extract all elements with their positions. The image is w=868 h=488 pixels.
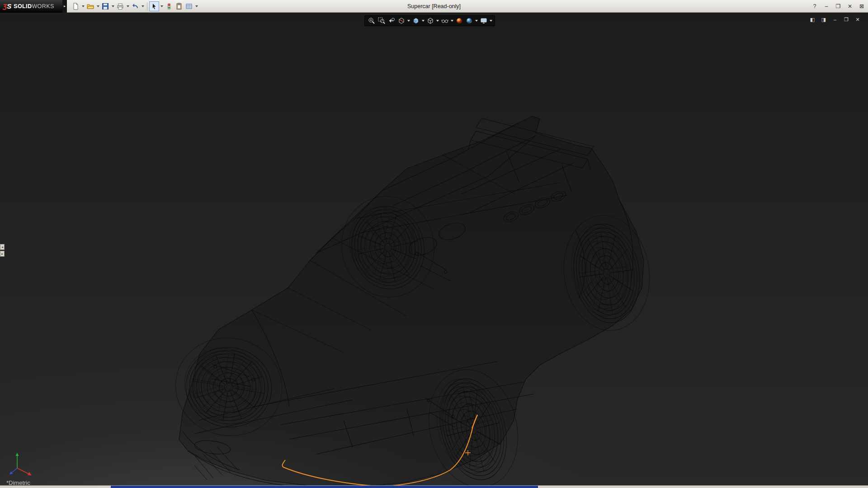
display-style-button[interactable]: [425, 16, 435, 25]
print-button[interactable]: [115, 1, 125, 11]
solidworks-logo-mark: ƷS: [3, 2, 11, 10]
display-style-icon: [427, 17, 434, 24]
print-dropdown[interactable]: [125, 1, 130, 11]
car-wireframe: [0, 13, 868, 485]
view-settings-button[interactable]: [479, 16, 488, 25]
orientation-triad: [7, 450, 40, 479]
restore-button[interactable]: ❐: [834, 2, 843, 11]
chevron-down-icon: [195, 5, 198, 7]
window-controls: ? – ❐ ✕ ⊠: [810, 0, 866, 13]
section-view-button[interactable]: [396, 16, 406, 25]
new-document-dropdown[interactable]: [80, 1, 85, 11]
options-button[interactable]: [184, 1, 194, 11]
minimize-button[interactable]: –: [822, 2, 831, 11]
clipboard-icon: [175, 3, 183, 10]
status-bar: [0, 485, 868, 488]
toolbar-separator: [147, 2, 147, 10]
apply-scene-button[interactable]: [464, 16, 474, 25]
help-button[interactable]: ?: [810, 2, 819, 11]
restore-document-button[interactable]: ❐: [842, 16, 850, 23]
save-icon: [102, 3, 109, 10]
section-view-dropdown[interactable]: [406, 16, 410, 25]
view-settings-dropdown[interactable]: [489, 16, 493, 25]
hide-show-items-dropdown[interactable]: [450, 16, 454, 25]
select-cursor-icon: [151, 3, 158, 10]
close-document-button[interactable]: ⊠: [857, 2, 866, 11]
view-orientation-button[interactable]: [411, 16, 420, 25]
zoom-to-fit-icon: [368, 17, 375, 24]
scene-sphere-icon: [466, 17, 473, 24]
zoom-to-area-button[interactable]: [377, 16, 386, 25]
view-orientation-cube-icon: [412, 17, 420, 24]
minimize-document-button[interactable]: –: [831, 16, 839, 23]
view-orientation-label: *Dimetric: [6, 479, 30, 485]
solidworks-logo: ƷS SOLIDWORKS: [0, 0, 62, 13]
options-grid-icon: [185, 3, 193, 10]
zoom-to-fit-button[interactable]: [367, 16, 376, 25]
graphics-area[interactable]: ◧ ◨ – ❐ ✕ ◂ ▸ *Dimetric: [0, 13, 868, 485]
save-button[interactable]: [100, 1, 110, 11]
triad-x-axis: [17, 468, 29, 474]
chevron-down-icon: [112, 5, 114, 7]
open-document-button[interactable]: [85, 1, 95, 11]
chevron-down-icon: [407, 20, 410, 22]
triad-z-axis: [12, 468, 17, 473]
heads-up-toolbar: [364, 15, 495, 26]
flyout-left-arrow[interactable]: ◂: [0, 244, 5, 250]
flyout-right-arrow[interactable]: ▸: [0, 251, 5, 257]
appearance-sphere-icon: [456, 17, 463, 24]
chevron-down-icon: [475, 20, 478, 22]
zoom-to-area-icon: [378, 17, 385, 24]
status-progress-segment: [111, 486, 538, 488]
chevron-down-icon: [97, 5, 99, 7]
edit-appearance-button[interactable]: [454, 16, 464, 25]
open-document-dropdown[interactable]: [95, 1, 100, 11]
chevron-down-icon: [127, 5, 129, 7]
chevron-down-icon: [82, 5, 85, 7]
previous-view-icon: [388, 17, 395, 24]
solidworks-logo-text: SOLIDWORKS: [14, 3, 54, 9]
undo-icon: [132, 3, 139, 10]
rebuild-icon: [165, 3, 173, 10]
close-button[interactable]: ✕: [845, 2, 854, 11]
options-dropdown[interactable]: [194, 1, 199, 11]
print-icon: [117, 3, 124, 10]
open-folder-icon: [87, 3, 94, 10]
show-right-pane-button[interactable]: ◨: [820, 16, 828, 23]
chevron-down-icon: [436, 20, 439, 22]
menu-bar: ƷS SOLIDWORKS ▸: [0, 0, 868, 13]
chevron-down-icon: [490, 20, 492, 22]
chevron-down-icon: [422, 20, 425, 22]
select-dropdown[interactable]: [159, 1, 164, 11]
rebuild-button[interactable]: [164, 1, 174, 11]
close-document-button[interactable]: ✕: [854, 16, 862, 23]
chevron-down-icon: [160, 5, 163, 7]
view-orientation-dropdown[interactable]: [421, 16, 425, 25]
document-window-controls: ◧ ◨ – ❐ ✕: [808, 16, 862, 23]
new-document-icon: [72, 3, 79, 10]
apply-scene-dropdown[interactable]: [474, 16, 478, 25]
chevron-down-icon: [451, 20, 453, 22]
eyeglasses-icon: [441, 17, 448, 24]
hide-show-items-button[interactable]: [440, 16, 449, 25]
undo-button[interactable]: [130, 1, 140, 11]
view-settings-icon: [480, 17, 487, 24]
show-left-pane-button[interactable]: ◧: [808, 16, 816, 23]
undo-dropdown[interactable]: [140, 1, 145, 11]
chevron-down-icon: [142, 5, 144, 7]
select-button[interactable]: [149, 1, 159, 11]
standard-toolbar: [71, 1, 199, 11]
new-document-button[interactable]: [71, 1, 80, 11]
save-dropdown[interactable]: [110, 1, 115, 11]
panel-flyout: ◂ ▸: [0, 244, 5, 257]
previous-view-button[interactable]: [387, 16, 396, 25]
copy-paste-button[interactable]: [174, 1, 184, 11]
display-style-dropdown[interactable]: [435, 16, 439, 25]
toolbar-expander[interactable]: ▸: [62, 0, 67, 13]
section-view-icon: [398, 17, 405, 24]
